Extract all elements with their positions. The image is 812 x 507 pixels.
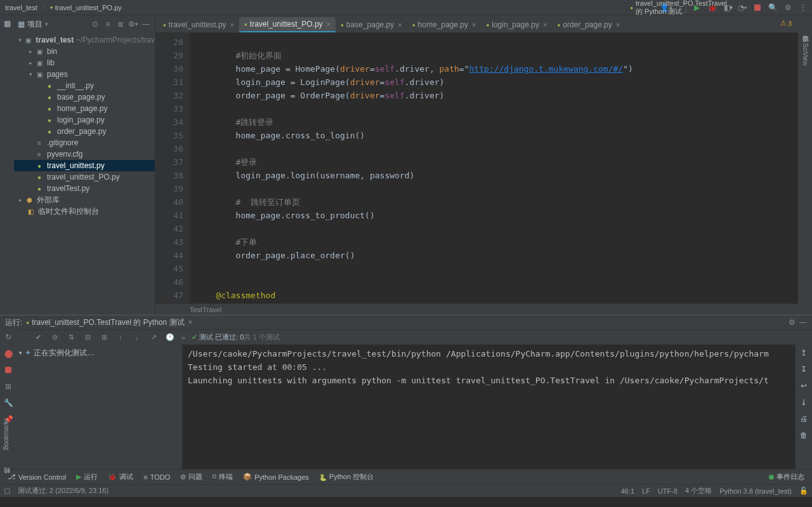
tree-folder[interactable]: ▸▣lib [14, 57, 155, 69]
scratches[interactable]: ◧临时文件和控制台 [14, 206, 155, 217]
breadcrumb-file[interactable]: ● travel_unittest_PO.py [50, 4, 122, 11]
close-icon[interactable]: × [327, 20, 331, 28]
rerun-icon[interactable]: ↻ [3, 332, 13, 342]
prev-test-icon[interactable]: ↑ [115, 333, 126, 343]
import-icon[interactable]: ↧ [801, 365, 807, 374]
tree-file[interactable]: ●home_page.py [14, 103, 155, 114]
indent-info[interactable]: 4 个空格 [685, 486, 712, 496]
project-tool-icon[interactable]: ▦ [4, 19, 11, 28]
lock-icon[interactable]: 🔓 [799, 487, 808, 495]
line-gutter[interactable]: 2829303132333435363738394041424344454647 [155, 33, 190, 303]
run-tab[interactable]: ▶ 运行 [72, 472, 102, 482]
tree-folder[interactable]: ▸▣bin [14, 46, 155, 57]
terminal-tab[interactable]: ⌑ 终端 [209, 472, 237, 482]
tree-file[interactable]: ●order_page.py [14, 126, 155, 137]
next-test-icon[interactable]: ↓ [132, 333, 142, 343]
export-icon[interactable]: ↥ [801, 348, 807, 357]
stop-icon[interactable] [3, 365, 13, 375]
expand-icon[interactable]: ⊟ [82, 333, 93, 343]
export-icon[interactable]: ↗ [148, 333, 159, 343]
collapse-icon[interactable]: ⊞ [99, 333, 109, 343]
coverage-icon[interactable]: ◧ [722, 3, 732, 13]
sciview-tool-tab[interactable]: SciView [802, 41, 809, 68]
run-icon[interactable]: ▶ [691, 3, 702, 13]
tree-file[interactable]: ●base_page.py [14, 91, 155, 103]
collapse-all-icon[interactable]: ≣ [115, 19, 126, 29]
warnings-badge[interactable]: ⚠ 3 [780, 19, 792, 27]
todo-tab[interactable]: ≡ TODO [140, 473, 174, 481]
event-log-tab[interactable]: 事件日志 [765, 472, 808, 482]
test-tree[interactable]: ▾✦正在实例化测试… [16, 345, 183, 469]
tree-file[interactable]: ●travel_unittest_PO.py [14, 171, 155, 183]
tree-folder[interactable]: ▾▣pages [14, 69, 155, 80]
close-icon[interactable]: × [230, 21, 234, 29]
editor-tab[interactable]: ●home_page.py× [407, 17, 481, 32]
python-packages-tab[interactable]: 📦 Python Packages [239, 473, 313, 481]
layout-icon[interactable]: ⊞ [3, 381, 13, 392]
breadcrumb-root[interactable]: travel_test [5, 4, 37, 11]
tree-file[interactable]: ●travel_unittest.py [14, 160, 155, 171]
close-icon[interactable]: × [398, 21, 402, 29]
expand-all-icon[interactable]: ≡ [103, 19, 113, 29]
ignored-filter-icon[interactable]: ⊘ [49, 333, 60, 343]
hide-icon[interactable]: — [799, 318, 807, 327]
python-interpreter[interactable]: Python 3.8 (travel_test) [719, 487, 792, 495]
problems-tab[interactable]: ⊘ 问题 [176, 472, 206, 482]
file-encoding[interactable]: UTF-8 [658, 487, 678, 495]
editor-tab[interactable]: ●order_page.py× [552, 17, 625, 32]
editor-tab[interactable]: ●travel_unittest_PO.py× [239, 17, 336, 32]
gear-icon[interactable]: ⚙▾ [128, 19, 138, 29]
status-bar: ▢ 测试通过: 2 (2022/6/9, 23:16) 46:1 LF UTF-… [0, 484, 812, 497]
project-tree[interactable]: ▾▣ travel_test ~/PycharmProjects/trav ▸▣… [14, 33, 155, 315]
tree-file[interactable]: ●__init__.py [14, 80, 155, 91]
more-icon[interactable]: ⋮ [798, 3, 808, 13]
debug-tab[interactable]: 🐞 调试 [104, 472, 137, 482]
settings-icon[interactable]: ⚙ [783, 3, 793, 13]
console-output[interactable]: /Users/caoke/PycharmProjects/travel_test… [183, 345, 796, 469]
editor-tab[interactable]: ●travel_unittest.py× [158, 17, 239, 32]
tree-file[interactable]: ●login_page.py [14, 114, 155, 126]
print-icon[interactable]: 🖨 [800, 414, 808, 423]
tree-root[interactable]: ▾▣ travel_test ~/PycharmProjects/trav [14, 34, 155, 46]
external-libs[interactable]: ▸⬢外部库 [14, 194, 155, 206]
code-area[interactable]: #初始化界面 home_page = HomePage(driver=self.… [190, 33, 812, 303]
profile-icon[interactable]: ◔▾ [737, 3, 747, 13]
debug-icon[interactable]: 🐞 [707, 3, 717, 13]
chevron-down-icon[interactable]: ▾ [45, 21, 48, 27]
search-icon[interactable]: 🔍 [768, 3, 778, 13]
hide-icon[interactable]: — [141, 19, 151, 29]
editor-tab[interactable]: ●login_page.py× [481, 17, 552, 32]
close-run-tab-icon[interactable]: × [188, 318, 193, 327]
tree-file[interactable]: ≡.gitignore [14, 137, 155, 148]
passed-filter-icon[interactable]: ✔ [33, 333, 43, 343]
sort-icon[interactable]: ⇅ [66, 333, 76, 343]
test-tree-root[interactable]: ▾✦正在实例化测试… [19, 347, 180, 359]
tool-window-quick-icon[interactable]: ▢ [4, 487, 10, 495]
run-config-selector[interactable]: ●travel_unittest_PO.TestTravel 的 Python … [676, 2, 686, 13]
version-control-tab[interactable]: ⎇ Version Control [4, 473, 70, 481]
bookmarks-tool-tab[interactable]: Bookmarks [3, 418, 10, 450]
soft-wrap-icon[interactable]: ↩ [801, 381, 807, 390]
run-config-name[interactable]: ●travel_unittest_PO.TestTravel 的 Python … [26, 317, 184, 328]
tree-file[interactable]: ≡pyvenv.cfg [14, 148, 155, 160]
cursor-position[interactable]: 46:1 [621, 487, 634, 495]
select-opened-icon[interactable]: ⊙ [90, 19, 100, 29]
panel-title[interactable]: 项目 [27, 19, 43, 30]
toggle-auto-test-icon[interactable]: ⬤ [3, 348, 13, 359]
gear-icon[interactable]: ⚙ [789, 318, 796, 327]
breadcrumb: travel_test 〉 ● travel_unittest_PO.py 👤▾… [0, 0, 812, 15]
close-icon[interactable]: × [616, 21, 620, 29]
close-icon[interactable]: × [543, 21, 547, 29]
close-icon[interactable]: × [472, 21, 476, 29]
stop-icon[interactable] [752, 3, 763, 13]
editor-breadcrumb[interactable]: TestTravel [155, 303, 812, 315]
database-tool-tab[interactable]: 数据库 [801, 28, 809, 33]
tree-file[interactable]: ●travelTest.py [14, 183, 155, 194]
clear-icon[interactable]: 🗑 [800, 431, 808, 440]
line-separator[interactable]: LF [642, 487, 650, 495]
python-console-tab[interactable]: Python 控制台 [315, 472, 377, 482]
scroll-end-icon[interactable]: ⤓ [801, 398, 807, 407]
settings-icon[interactable]: 🔧 [3, 398, 13, 408]
history-icon[interactable]: 🕐 [165, 333, 175, 343]
editor-tab[interactable]: ●base_page.py× [336, 17, 407, 32]
